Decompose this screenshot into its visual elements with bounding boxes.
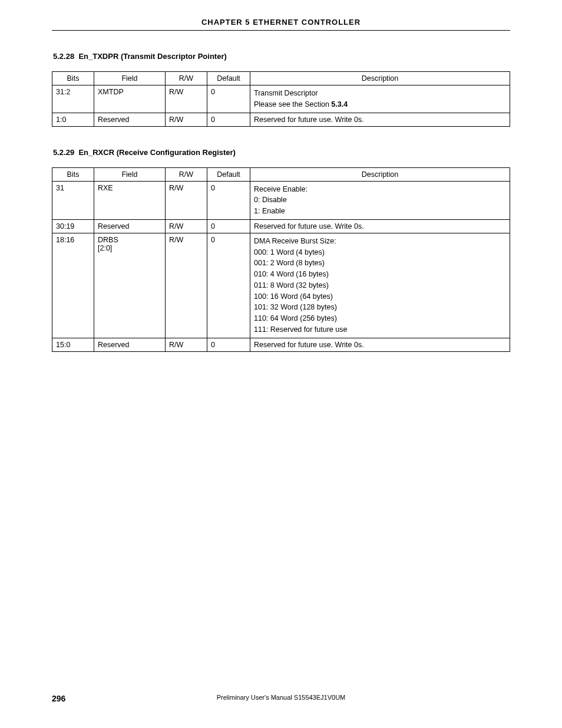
cell-default: 0	[207, 113, 250, 126]
col-header-description: Description	[250, 167, 510, 181]
page-number: 296	[52, 694, 65, 703]
section-ref: 5.3.4	[331, 100, 348, 108]
desc-line: Receive Enable:	[254, 184, 506, 195]
cell-default: 0	[207, 219, 250, 233]
table-header-row: Bits Field R/W Default Description	[52, 72, 510, 85]
cell-bits: 31:2	[52, 85, 94, 113]
cell-bits: 15:0	[52, 338, 94, 351]
cell-rw: R/W	[166, 181, 207, 219]
desc-line: 111: Reserved for future use	[254, 324, 506, 335]
section-number: 5.2.28	[53, 52, 74, 61]
cell-default: 0	[207, 181, 250, 219]
desc-line: Please see the Section 5.3.4	[254, 99, 506, 110]
cell-field: Reserved	[94, 219, 166, 233]
cell-bits: 30:19	[52, 219, 94, 233]
cell-bits: 31	[52, 181, 94, 219]
section-name: En_RXCR (Receive Configuration Register)	[78, 148, 236, 157]
desc-line: Transmit Descriptor	[254, 88, 506, 99]
header-rule	[52, 30, 510, 31]
table-header-row: Bits Field R/W Default Description	[52, 167, 510, 181]
cell-field: Reserved	[94, 113, 166, 126]
cell-rw: R/W	[166, 219, 207, 233]
desc-line: 011: 8 Word (32 bytes)	[254, 280, 506, 291]
cell-description: Transmit Descriptor Please see the Secti…	[250, 85, 510, 113]
section-title-txdpr: 5.2.28 En_TXDPR (Transmit Descriptor Poi…	[53, 52, 510, 61]
col-header-description: Description	[250, 72, 510, 85]
page-footer: 296 Preliminary User's Manual S15543EJ1V…	[52, 694, 510, 703]
col-header-bits: Bits	[52, 72, 94, 85]
cell-field: DRBS [2:0]	[94, 233, 166, 338]
section-number: 5.2.29	[53, 148, 74, 157]
cell-rw: R/W	[166, 338, 207, 351]
desc-line: 101: 32 Word (128 bytes)	[254, 302, 506, 313]
col-header-field: Field	[94, 72, 166, 85]
table-row: 30:19 Reserved R/W 0 Reserved for future…	[52, 219, 510, 233]
cell-field: RXE	[94, 181, 166, 219]
field-name: DRBS	[98, 236, 161, 244]
cell-rw: R/W	[166, 233, 207, 338]
table-row: 15:0 Reserved R/W 0 Reserved for future …	[52, 338, 510, 351]
cell-rw: R/W	[166, 113, 207, 126]
cell-field: XMTDP	[94, 85, 166, 113]
desc-line: 0: Disable	[254, 195, 506, 206]
col-header-rw: R/W	[166, 72, 207, 85]
desc-line: 110: 64 Word (256 bytes)	[254, 313, 506, 324]
desc-line: 001: 2 Word (8 bytes)	[254, 258, 506, 269]
cell-description: Reserved for future use. Write 0s.	[250, 338, 510, 351]
section-name: En_TXDPR (Transmit Descriptor Pointer)	[78, 52, 226, 61]
table-row: 1:0 Reserved R/W 0 Reserved for future u…	[52, 113, 510, 126]
desc-text: Please see the Section	[254, 100, 331, 108]
desc-line: 1: Enable	[254, 206, 506, 217]
table-row: 31:2 XMTDP R/W 0 Transmit Descriptor Ple…	[52, 85, 510, 113]
table-row: 31 RXE R/W 0 Receive Enable: 0: Disable …	[52, 181, 510, 219]
cell-bits: 18:16	[52, 233, 94, 338]
cell-rw: R/W	[166, 85, 207, 113]
desc-line: 100: 16 Word (64 bytes)	[254, 291, 506, 302]
cell-description: Reserved for future use. Write 0s.	[250, 113, 510, 126]
section-title-rxcr: 5.2.29 En_RXCR (Receive Configuration Re…	[53, 148, 510, 157]
cell-field: Reserved	[94, 338, 166, 351]
col-header-bits: Bits	[52, 167, 94, 181]
cell-bits: 1:0	[52, 113, 94, 126]
table-rxcr: Bits Field R/W Default Description 31 RX…	[52, 167, 510, 352]
desc-line: 010: 4 Word (16 bytes)	[254, 269, 506, 280]
cell-description: Receive Enable: 0: Disable 1: Enable	[250, 181, 510, 219]
col-header-default: Default	[207, 72, 250, 85]
desc-line: DMA Receive Burst Size:	[254, 236, 506, 247]
chapter-header: CHAPTER 5 ETHERNET CONTROLLER	[52, 18, 510, 30]
document-id: Preliminary User's Manual S15543EJ1V0UM	[217, 694, 346, 701]
cell-description: DMA Receive Burst Size: 000: 1 Word (4 b…	[250, 233, 510, 338]
cell-default: 0	[207, 338, 250, 351]
table-txdpr: Bits Field R/W Default Description 31:2 …	[52, 71, 510, 127]
cell-default: 0	[207, 85, 250, 113]
table-row: 18:16 DRBS [2:0] R/W 0 DMA Receive Burst…	[52, 233, 510, 338]
col-header-rw: R/W	[166, 167, 207, 181]
cell-description: Reserved for future use. Write 0s.	[250, 219, 510, 233]
cell-default: 0	[207, 233, 250, 338]
desc-line: 000: 1 Word (4 bytes)	[254, 247, 506, 258]
col-header-default: Default	[207, 167, 250, 181]
col-header-field: Field	[94, 167, 166, 181]
field-range: [2:0]	[98, 244, 161, 252]
